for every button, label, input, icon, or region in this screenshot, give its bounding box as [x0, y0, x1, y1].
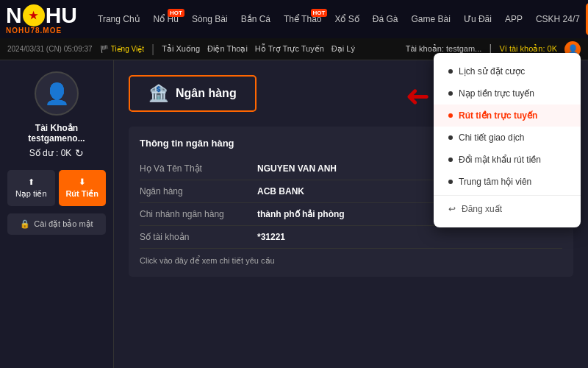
click-here-link[interactable]: Click vào đây để xem chi tiết yêu cầu — [140, 256, 562, 266]
label-name: Họ Và Tên Thật — [140, 163, 257, 174]
value-name: NGUYEN VAN ANH — [257, 163, 337, 174]
nav-no-hu[interactable]: Nổ Hũ HOT — [148, 10, 184, 28]
nav-da-ga[interactable]: Đá Gà — [367, 10, 404, 28]
username: Tài Khoản testgameno... — [7, 123, 106, 144]
bullet-icon — [448, 69, 453, 74]
dropdown-trung-tam[interactable]: Trung tâm hội viên — [434, 171, 581, 193]
content-area: 🏦 Ngân hàng Thông tin ngân hàng Họ Và Tê… — [114, 60, 588, 368]
bullet-icon — [448, 158, 453, 162]
dropdown-rut-tien[interactable]: Rút tiền trực tuyến — [434, 105, 581, 127]
logo[interactable]: N ★ HU NOHU78.MOE — [6, 4, 77, 35]
label-bank: Ngân hàng — [140, 186, 257, 197]
nav-the-thao[interactable]: Thể Thao HOT — [278, 10, 327, 28]
info-row-account: Số tài khoản *31221 — [140, 226, 562, 249]
nav-ban-ca[interactable]: Bắn Cá — [235, 10, 276, 28]
refresh-icon[interactable]: ↻ — [75, 147, 84, 159]
nav-app[interactable]: APP — [499, 10, 528, 28]
subnav-ho-tro[interactable]: Hỗ Trợ Trực Tuyến — [255, 44, 324, 54]
bullet-icon — [448, 91, 453, 96]
label-branch: Chi nhánh ngân hàng — [140, 209, 257, 219]
bullet-icon — [448, 135, 453, 140]
subnav-dai-ly[interactable]: Đại Lý — [331, 44, 355, 54]
nav-game-bai[interactable]: Game Bài — [406, 10, 456, 28]
lock-icon: 🔒 — [20, 219, 30, 229]
dropdown-menu: Lịch sử đặt cược Nạp tiền trực tuyến Rút… — [434, 53, 581, 227]
bank-icon: 🏦 — [148, 84, 168, 103]
subnav-dien-thoai[interactable]: Điện Thoại — [207, 44, 248, 54]
bank-header: 🏦 Ngân hàng — [129, 75, 257, 112]
main-nav: Trang Chủ Nổ Hũ HOT Sòng Bài Bắn Cá Thể … — [92, 10, 586, 28]
header: N ★ HU NOHU78.MOE Trang Chủ Nổ Hũ HOT Sò… — [0, 0, 588, 38]
bullet-icon — [448, 180, 453, 184]
nav-uu-dai[interactable]: Ưu Đãi — [458, 10, 498, 28]
dropdown-doi-mat-khau[interactable]: Đổi mật khẩu rút tiền — [434, 149, 581, 171]
hot-badge-no-hu: HOT — [168, 9, 184, 17]
flag-icon: 🏴 — [100, 45, 109, 53]
bullet-icon-highlighted — [448, 113, 453, 118]
menu-divider — [434, 195, 581, 196]
logout-button[interactable]: ↩ Đăng xuất — [434, 198, 581, 220]
withdraw-icon: ⬇ — [79, 177, 85, 187]
subnav-tai-xuong[interactable]: Tải Xuống — [162, 44, 200, 54]
security-settings-button[interactable]: 🔒 Cài đặt bảo mật — [7, 213, 106, 235]
bank-title: Ngân hàng — [176, 87, 237, 100]
label-account: Số tài khoản — [140, 232, 257, 242]
logo-domain: NOHU78.MOE — [6, 26, 77, 35]
value-branch: thành phố hải phòng — [257, 209, 345, 219]
value-account: *31221 — [257, 232, 285, 242]
deposit-icon: ⬆ — [28, 177, 35, 187]
hot-badge-the-thao: HOT — [311, 9, 328, 17]
logout-icon: ↩ — [448, 204, 456, 214]
datetime: 2024/03/31 (CN) 05:09:37 — [7, 45, 93, 53]
nav-xo-so[interactable]: Xổ Số — [329, 10, 365, 28]
sidebar: 👤 Tài Khoản testgameno... Số dư : 0K ↻ ⬆… — [0, 60, 114, 368]
main-content: 👤 Tài Khoản testgameno... Số dư : 0K ↻ ⬆… — [0, 60, 588, 368]
nav-song-bai[interactable]: Sòng Bài — [186, 10, 234, 28]
language-selector[interactable]: 🏴 Tiếng Việt — [100, 45, 144, 53]
nav-cskh[interactable]: CSKH 24/7 — [530, 10, 586, 28]
nav-trang-chu[interactable]: Trang Chủ — [92, 10, 146, 28]
rut-tien-button[interactable]: ⬇ Rút Tiền — [59, 170, 107, 206]
dropdown-chi-tiet[interactable]: Chi tiết giao dịch — [434, 127, 581, 149]
action-buttons: ⬆ Nạp tiền ⬇ Rút Tiền — [7, 170, 106, 206]
nap-tien-button[interactable]: ⬆ Nạp tiền — [7, 170, 55, 206]
value-bank: ACB BANK — [257, 186, 304, 197]
user-avatar: 👤 — [35, 71, 79, 116]
dropdown-lich-su[interactable]: Lịch sử đặt cược — [434, 60, 581, 82]
arrow-indicator: ➜ — [405, 79, 430, 113]
dropdown-nap-tien[interactable]: Nạp tiền trực tuyến — [434, 82, 581, 105]
balance: Số dư : 0K ↻ — [29, 147, 85, 159]
